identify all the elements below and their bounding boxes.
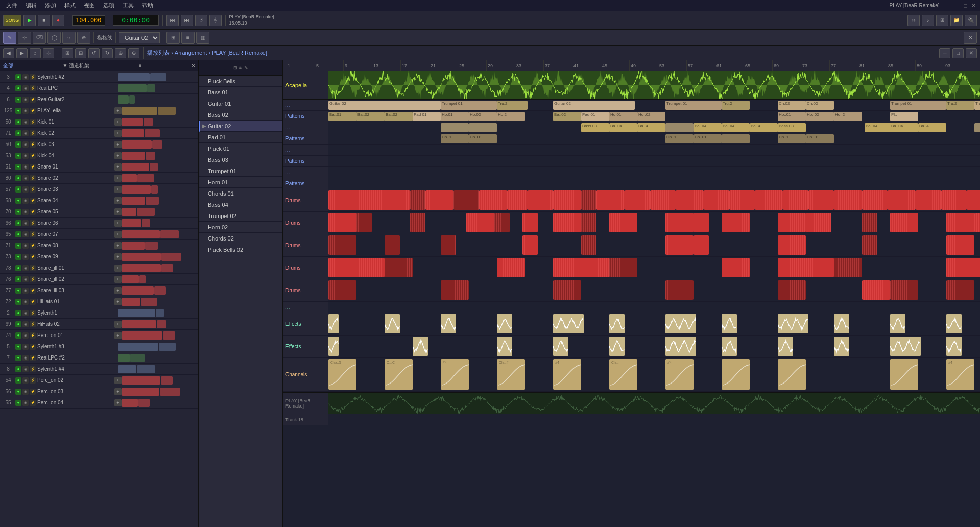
- track-solo-btn[interactable]: ◉: [22, 400, 29, 406]
- all-tracks-btn[interactable]: 全部: [3, 62, 13, 69]
- minimize-panel-btn[interactable]: ─: [939, 48, 950, 58]
- track-arm-btn[interactable]: ⚡: [30, 130, 36, 136]
- effects-clip[interactable]: [665, 337, 696, 356]
- channel-item[interactable]: Chords 01: [199, 188, 282, 199]
- drum-clip[interactable]: [665, 213, 694, 232]
- track-solo-btn[interactable]: ◉: [22, 209, 29, 215]
- menu-item-add[interactable]: 添加: [41, 1, 60, 10]
- menu-item-options[interactable]: 选项: [99, 1, 118, 10]
- track-arm-btn[interactable]: ⚡: [30, 321, 36, 327]
- channel-clip[interactable]: [778, 359, 806, 390]
- drum-clip[interactable]: [834, 190, 862, 210]
- track-arm-btn[interactable]: ⚡: [30, 366, 36, 372]
- arrangement-clip[interactable]: ...: [441, 123, 469, 132]
- drum-clip[interactable]: [946, 258, 980, 277]
- piano-roll-btn[interactable]: ♪: [922, 15, 934, 26]
- drum-clip[interactable]: [755, 190, 783, 210]
- track-add-btn[interactable]: +: [114, 276, 122, 283]
- track-sort-btn[interactable]: ≡: [139, 63, 142, 68]
- track-mute-btn[interactable]: ●: [15, 231, 21, 237]
- track-solo-btn[interactable]: ◉: [22, 108, 29, 114]
- drum-clip[interactable]: [596, 190, 625, 210]
- channel-item[interactable]: Trumpet 02: [199, 210, 282, 222]
- arr-drums-clips-5[interactable]: [328, 279, 980, 301]
- drum-clip[interactable]: [625, 190, 650, 210]
- mixer-btn[interactable]: ≋: [907, 15, 920, 26]
- track-arm-btn[interactable]: ⚡: [30, 265, 36, 271]
- track-arm-btn[interactable]: ⚡: [30, 310, 36, 316]
- arrangement-clip[interactable]: Ch..1: [665, 134, 694, 143]
- channel-clip[interactable]: [441, 359, 469, 390]
- drum-clip[interactable]: [946, 235, 974, 255]
- rewind-btn[interactable]: ⏮: [166, 15, 179, 26]
- drum-clip[interactable]: [328, 190, 410, 210]
- arrangement-clip[interactable]: Ba..04: [865, 123, 893, 132]
- arrangement-clip[interactable]: Guitar 02: [328, 101, 441, 110]
- track-solo-btn[interactable]: ◉: [22, 299, 29, 305]
- track-add-btn[interactable]: +: [114, 208, 122, 215]
- track-solo-btn[interactable]: ◉: [22, 97, 29, 103]
- track-arm-btn[interactable]: ⚡: [30, 153, 36, 159]
- arrangement-clip[interactable]: Bass 03: [778, 123, 806, 132]
- arrangement-content[interactable]: Acapella ... Guitar 02Trumpet 01Tru.2Gui…: [283, 71, 980, 527]
- drum-clip[interactable]: [441, 235, 456, 255]
- arrangement-clip[interactable]: Ch..01: [806, 134, 834, 143]
- track-solo-btn[interactable]: ◉: [22, 74, 29, 80]
- acapella-waveform[interactable]: [328, 71, 980, 99]
- drum-clip[interactable]: [479, 190, 507, 210]
- drum-clip[interactable]: [328, 258, 385, 277]
- track-arm-btn[interactable]: ⚡: [30, 74, 36, 80]
- track-solo-btn[interactable]: ◉: [22, 344, 29, 350]
- select-all-btn[interactable]: ⊞: [62, 48, 73, 58]
- drum-clip[interactable]: [778, 213, 806, 232]
- channel-clip[interactable]: [722, 359, 750, 390]
- snap-nav-btn[interactable]: ⊹: [43, 48, 54, 58]
- track-solo-btn[interactable]: ◉: [22, 389, 29, 395]
- drum-clip[interactable]: [356, 213, 372, 232]
- stop-btn[interactable]: ■: [38, 15, 50, 26]
- track-add-btn[interactable]: +: [114, 163, 122, 171]
- track-mute-btn[interactable]: ●: [15, 389, 21, 395]
- track-solo-btn[interactable]: ◉: [22, 186, 29, 193]
- track-arm-btn[interactable]: ⚡: [30, 97, 36, 103]
- drum-clip[interactable]: [974, 213, 980, 232]
- effects-clip[interactable]: [441, 314, 456, 333]
- channel-item[interactable]: ▶ Guitar 02: [199, 121, 282, 132]
- arrangement-clip[interactable]: ...: [469, 123, 497, 132]
- channel-rack-btn[interactable]: ⊞: [936, 15, 948, 26]
- close-btn[interactable]: ✕: [969, 2, 978, 9]
- close-panel-btn[interactable]: ✕: [966, 48, 977, 58]
- effects-clip[interactable]: [553, 337, 568, 356]
- track-add-btn[interactable]: +: [114, 321, 122, 328]
- track-mute-btn[interactable]: ●: [15, 321, 21, 327]
- metro-btn[interactable]: 𝄞: [209, 15, 222, 26]
- track-solo-btn[interactable]: ◉: [22, 164, 29, 170]
- arr-clips-5[interactable]: [328, 145, 980, 155]
- arr-clips-2[interactable]: Ba..01Ba..02Ba..02Pad 01Ho.01Ho.02Ho.2Ba…: [328, 111, 980, 122]
- back-btn[interactable]: ◀: [3, 48, 14, 58]
- effects-clip[interactable]: [778, 337, 793, 356]
- arrangement-clip[interactable]: Ch..01: [694, 134, 722, 143]
- maximize-btn[interactable]: □: [962, 3, 969, 9]
- track-arm-btn[interactable]: ⚡: [30, 85, 36, 91]
- drum-clip[interactable]: [581, 190, 596, 210]
- track-add-btn[interactable]: +: [114, 130, 122, 137]
- effects-clip[interactable]: [665, 314, 696, 333]
- effects-clip[interactable]: [609, 337, 625, 356]
- track-mute-btn[interactable]: ●: [15, 220, 21, 226]
- effects-clip[interactable]: [328, 314, 339, 333]
- track-solo-btn[interactable]: ◉: [22, 310, 29, 316]
- drum-clip[interactable]: [553, 213, 581, 232]
- track-mute-btn[interactable]: ●: [15, 310, 21, 316]
- channel-clip[interactable]: [328, 359, 356, 390]
- channel-item[interactable]: Trumpet 01: [199, 165, 282, 177]
- track-mute-btn[interactable]: ●: [15, 400, 21, 406]
- arrangement-clip[interactable]: Ba..02: [385, 112, 413, 121]
- channel-clip[interactable]: [553, 359, 581, 390]
- track-solo-btn[interactable]: ◉: [22, 231, 29, 237]
- track-mute-btn[interactable]: ●: [15, 332, 21, 339]
- channel-item[interactable]: Horn 02: [199, 222, 282, 233]
- arrangement-clip[interactable]: ...: [665, 123, 694, 132]
- drum-clip[interactable]: [862, 213, 877, 232]
- drum-clip[interactable]: [778, 258, 834, 277]
